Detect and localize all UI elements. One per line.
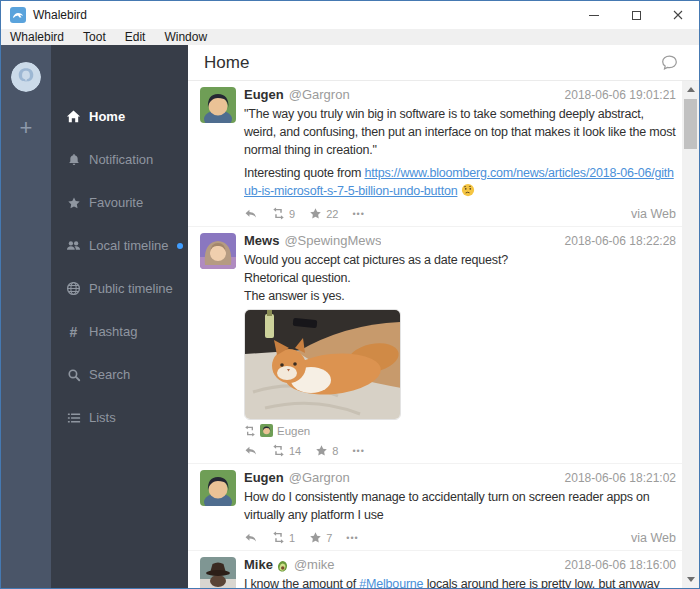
account-handle[interactable]: @Gargron bbox=[289, 470, 350, 486]
cat-photo-attachment[interactable] bbox=[244, 309, 401, 420]
display-name[interactable]: Mike bbox=[244, 557, 273, 573]
toot[interactable]: Eugen @Gargron 2018-06-06 18:21:02 How d… bbox=[188, 464, 682, 551]
scroll-up-button[interactable] bbox=[682, 81, 699, 98]
booster-avatar[interactable] bbox=[260, 424, 273, 437]
nav-item-local-timeline[interactable]: Local timeline bbox=[51, 224, 188, 267]
minimize-button[interactable] bbox=[573, 1, 615, 29]
nav-item-search[interactable]: Search bbox=[51, 353, 188, 396]
toot-actions: 9 22 ••• via Web bbox=[244, 205, 676, 222]
via-label: via Web bbox=[631, 531, 676, 545]
account-avatar[interactable] bbox=[11, 62, 41, 92]
nav-label: Home bbox=[89, 109, 125, 124]
toot-paragraph: "The way you truly win big in software i… bbox=[244, 105, 676, 159]
window-title: Whalebird bbox=[33, 8, 87, 22]
timeline: Eugen @Gargron 2018-06-06 19:01:21 "The … bbox=[188, 81, 699, 588]
scroll-down-button[interactable] bbox=[682, 571, 699, 588]
toot[interactable]: Mike @mike 2018-06-06 18:16:00 I know th… bbox=[188, 551, 682, 588]
display-name[interactable]: Eugen bbox=[244, 87, 284, 103]
toot[interactable]: Eugen @Gargron 2018-06-06 19:01:21 "The … bbox=[188, 81, 682, 227]
favourite-button[interactable]: 7 bbox=[309, 531, 332, 544]
main-content: Home Eugen @Gargron 2018-06-06 19:01 bbox=[188, 45, 699, 588]
app-window: Whalebird Whalebird Toot Edit Window + bbox=[0, 0, 700, 589]
avatar[interactable] bbox=[200, 233, 236, 269]
boost-icon bbox=[272, 531, 285, 544]
bell-icon bbox=[66, 152, 81, 167]
nav-item-hashtag[interactable]: # Hashtag bbox=[51, 310, 188, 353]
menu-whalebird[interactable]: Whalebird bbox=[10, 30, 64, 44]
timestamp: 2018-06-06 18:16:00 bbox=[557, 557, 676, 573]
boost-button[interactable]: 1 bbox=[272, 531, 295, 544]
favourite-count: 8 bbox=[332, 445, 338, 457]
favourite-count: 7 bbox=[326, 532, 332, 544]
title-bar[interactable]: Whalebird bbox=[1, 1, 699, 29]
thinking-face-emoji bbox=[461, 183, 475, 197]
reply-icon bbox=[244, 207, 258, 221]
booster-name[interactable]: Eugen bbox=[277, 425, 310, 437]
close-button[interactable] bbox=[657, 1, 699, 29]
new-toot-button[interactable] bbox=[661, 54, 678, 71]
toot-actions: 1 7 ••• via Web bbox=[244, 529, 676, 546]
page-title: Home bbox=[204, 53, 249, 73]
list-icon bbox=[66, 410, 81, 425]
boost-button[interactable]: 9 bbox=[272, 207, 295, 220]
menu-window[interactable]: Window bbox=[164, 30, 207, 44]
timestamp: 2018-06-06 19:01:21 bbox=[557, 87, 676, 103]
menu-toot[interactable]: Toot bbox=[83, 30, 106, 44]
toot-content: "The way you truly win big in software i… bbox=[244, 105, 676, 200]
avatar[interactable] bbox=[200, 87, 236, 123]
favourite-star-icon bbox=[315, 444, 328, 457]
boost-icon bbox=[272, 444, 285, 457]
maximize-button[interactable] bbox=[615, 1, 657, 29]
toot-paragraph: How do I consistently manage to accident… bbox=[244, 488, 676, 524]
display-name[interactable]: Eugen bbox=[244, 470, 284, 486]
nav-item-notification[interactable]: Notification bbox=[51, 138, 188, 181]
scroll-down-icon bbox=[687, 577, 695, 582]
favourite-button[interactable]: 8 bbox=[315, 444, 338, 457]
nav-item-favourite[interactable]: Favourite bbox=[51, 181, 188, 224]
toot-content: How do I consistently manage to accident… bbox=[244, 488, 676, 524]
nav-label: Notification bbox=[89, 152, 153, 167]
account-handle[interactable]: @SpewingMews bbox=[284, 233, 381, 249]
add-account-button[interactable]: + bbox=[20, 117, 33, 139]
search-icon bbox=[66, 367, 81, 382]
nav-label: Lists bbox=[89, 410, 116, 425]
display-name[interactable]: Mews bbox=[244, 233, 279, 249]
reply-icon bbox=[244, 531, 258, 545]
mike-avatar-image bbox=[200, 557, 236, 588]
scrollbar-thumb[interactable] bbox=[684, 99, 697, 149]
toot-content: Would you accept cat pictures as a date … bbox=[244, 251, 676, 305]
favourite-button[interactable]: 22 bbox=[309, 207, 338, 220]
reply-button[interactable] bbox=[244, 207, 258, 221]
boost-count: 1 bbox=[289, 532, 295, 544]
favourite-star-icon bbox=[309, 531, 322, 544]
reply-icon bbox=[244, 444, 258, 458]
nav-item-public-timeline[interactable]: Public timeline bbox=[51, 267, 188, 310]
menu-edit[interactable]: Edit bbox=[125, 30, 146, 44]
eugen-avatar-image bbox=[200, 87, 236, 123]
timeline-scrollbar[interactable] bbox=[682, 81, 699, 588]
account-handle[interactable]: @Gargron bbox=[289, 87, 350, 103]
reply-button[interactable] bbox=[244, 444, 258, 458]
boost-count: 9 bbox=[289, 208, 295, 220]
boost-count: 14 bbox=[289, 445, 301, 457]
toot[interactable]: Mews @SpewingMews 2018-06-06 18:22:28 Wo… bbox=[188, 227, 682, 464]
nav-label: Public timeline bbox=[89, 281, 173, 296]
boost-button[interactable]: 14 bbox=[272, 444, 301, 457]
hashtag-link[interactable]: #Melbourne bbox=[359, 577, 423, 588]
more-button[interactable]: ••• bbox=[346, 533, 358, 543]
content-header: Home bbox=[188, 45, 699, 81]
avatar[interactable] bbox=[200, 557, 236, 588]
more-button[interactable]: ••• bbox=[352, 446, 364, 456]
nav-item-lists[interactable]: Lists bbox=[51, 396, 188, 439]
toot-text-line: The answer is yes. bbox=[244, 287, 676, 305]
more-button[interactable]: ••• bbox=[352, 209, 364, 219]
boosted-by: Eugen bbox=[244, 424, 676, 437]
avatar[interactable] bbox=[200, 470, 236, 506]
reply-button[interactable] bbox=[244, 531, 258, 545]
nav-item-home[interactable]: Home bbox=[51, 95, 188, 138]
toot-paragraph: I know the amount of #Melbourne locals a… bbox=[244, 575, 676, 588]
toot-text: I know the amount of bbox=[244, 577, 359, 588]
nav-label: Search bbox=[89, 367, 130, 382]
mastodon-elephant-icon bbox=[11, 62, 41, 92]
account-handle[interactable]: @mike bbox=[294, 557, 335, 573]
